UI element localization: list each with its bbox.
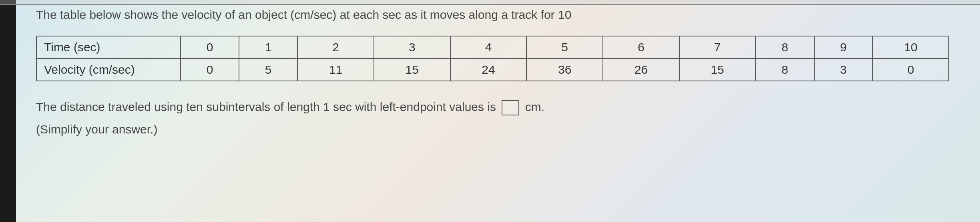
velocity-cell: 36 [526,59,603,81]
time-cell: 0 [181,36,239,59]
top-divider [0,0,980,5]
velocity-table: Time (sec) 0 1 2 3 4 5 6 7 8 9 10 Veloci… [36,36,949,81]
answer-input-box[interactable] [502,100,519,115]
velocity-cell: 15 [374,59,450,81]
intro-text: The table below shows the velocity of an… [36,8,968,22]
velocity-cell: 0 [181,59,239,81]
time-cell: 7 [679,36,756,59]
velocity-cell: 24 [450,59,527,81]
question-before: The distance traveled using ten subinter… [36,100,496,113]
velocity-row-header: Velocity (cm/sec) [36,59,181,81]
time-cell: 9 [814,36,873,59]
time-cell: 8 [755,36,814,59]
velocity-cell: 0 [873,59,949,81]
time-cell: 1 [239,36,297,59]
time-cell: 2 [297,36,374,59]
problem-content: The table below shows the velocity of an… [36,8,968,139]
time-row: Time (sec) 0 1 2 3 4 5 6 7 8 9 10 [36,36,949,59]
time-cell: 3 [374,36,450,59]
velocity-cell: 3 [814,59,873,81]
velocity-cell: 5 [239,59,297,81]
velocity-row: Velocity (cm/sec) 0 5 11 15 24 36 26 15 … [36,59,949,81]
velocity-cell: 26 [603,59,679,81]
velocity-cell: 8 [755,59,814,81]
velocity-cell: 15 [679,59,756,81]
time-cell: 6 [603,36,679,59]
simplify-instruction: (Simplify your answer.) [36,120,968,139]
time-cell: 4 [450,36,527,59]
time-row-header: Time (sec) [36,36,181,59]
velocity-cell: 11 [297,59,374,81]
question-unit: cm. [525,100,544,113]
time-cell: 5 [526,36,603,59]
question-text: The distance traveled using ten subinter… [36,97,968,139]
time-cell: 10 [873,36,949,59]
